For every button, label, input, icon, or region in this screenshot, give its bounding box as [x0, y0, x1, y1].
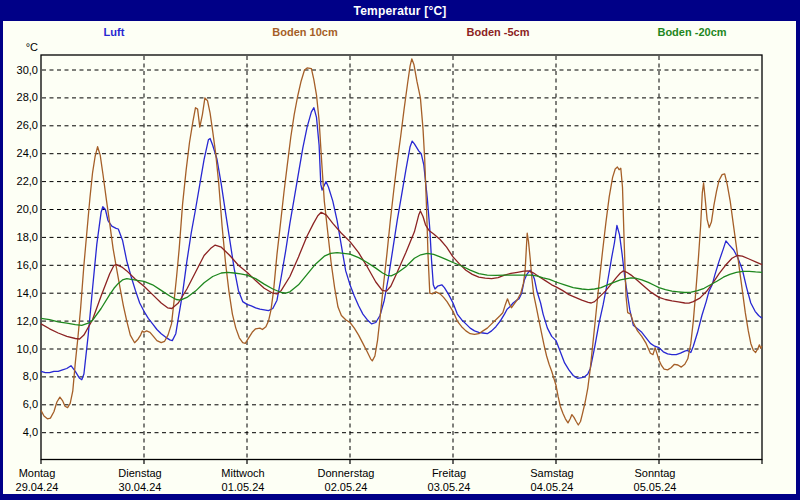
plot-frame: [41, 55, 762, 460]
x-day-weekday: Montag: [19, 467, 56, 479]
x-day-label: Freitag03.05.24: [403, 466, 495, 494]
x-day-label: Samstag04.05.24: [506, 466, 598, 494]
x-day-date: 01.05.24: [197, 480, 289, 494]
y-tick-label: 28,0: [2, 91, 38, 104]
y-tick-label: 30,0: [2, 64, 38, 77]
x-day-label: Dienstag30.04.24: [94, 466, 186, 494]
x-day-label: Sonntag05.05.24: [609, 466, 701, 494]
x-day-date: 05.05.24: [609, 480, 701, 494]
x-day-weekday: Freitag: [432, 467, 466, 479]
y-tick-label: 22,0: [2, 175, 38, 188]
y-tick-label: 6,0: [2, 398, 38, 411]
y-tick-label: 10,0: [2, 343, 38, 356]
x-day-date: 02.05.24: [300, 480, 392, 494]
x-day-weekday: Samstag: [530, 467, 573, 479]
x-day-label: Mittwoch01.05.24: [197, 466, 289, 494]
x-day-weekday: Sonntag: [635, 467, 676, 479]
chart-window: Temperatur [°C] LuftBoden 10cmBoden -5cm…: [0, 0, 800, 500]
y-tick-label: 18,0: [2, 231, 38, 244]
x-day-date: 29.04.24: [0, 480, 83, 494]
y-tick-label: 12,0: [2, 315, 38, 328]
y-axis-unit: °C: [2, 41, 38, 53]
x-day-date: 30.04.24: [94, 480, 186, 494]
window-border-right: [796, 0, 800, 500]
x-day-label: Montag29.04.24: [0, 466, 83, 494]
y-tick-label: 26,0: [2, 119, 38, 132]
series-boden-10cm: [41, 59, 762, 425]
x-day-label: Donnerstag02.05.24: [300, 466, 392, 494]
x-day-weekday: Donnerstag: [318, 467, 375, 479]
x-day-date: 04.05.24: [506, 480, 598, 494]
y-tick-label: 24,0: [2, 147, 38, 160]
y-tick-label: 20,0: [2, 203, 38, 216]
x-day-weekday: Dienstag: [118, 467, 161, 479]
x-day-date: 03.05.24: [403, 480, 495, 494]
series-luft: [41, 108, 762, 380]
window-border-bottom: [0, 494, 800, 500]
window-border-left: [0, 0, 3, 500]
y-tick-label: 16,0: [2, 259, 38, 272]
x-day-weekday: Mittwoch: [221, 467, 264, 479]
y-tick-label: 8,0: [2, 370, 38, 383]
temperature-line-chart: [0, 0, 800, 500]
y-tick-label: 4,0: [2, 426, 38, 439]
y-tick-label: 14,0: [2, 287, 38, 300]
